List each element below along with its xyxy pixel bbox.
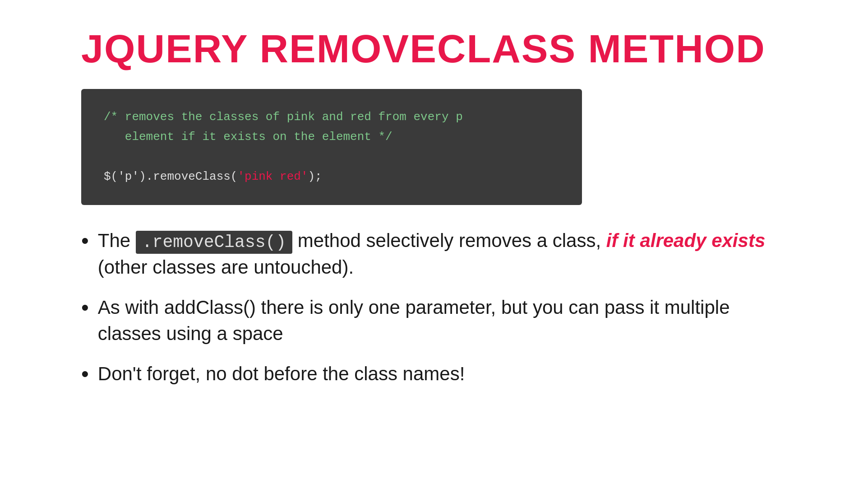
bullet-list: • The .removeClass() method selectively … (81, 228, 787, 387)
code-block: /* removes the classes of pink and red f… (81, 89, 582, 205)
code-comment-line1: /* removes the classes of pink and red f… (104, 110, 463, 124)
bullet-item-1: • The .removeClass() method selectively … (81, 228, 787, 281)
code-string: 'pink red' (237, 170, 308, 183)
bullet-dot-3: • (81, 361, 89, 387)
code-selector: $('p').removeClass('pink red'); (104, 170, 322, 183)
bullet-item-2: • As with addClass() there is only one p… (81, 294, 787, 348)
slide-container: JQUERY REMOVECLASS METHOD /* removes the… (0, 0, 868, 485)
bullet-text-1: The .removeClass() method selectively re… (98, 228, 787, 281)
bullet-dot-2: • (81, 294, 89, 321)
bullet-1-text-the: The (98, 230, 136, 251)
slide-title: JQUERY REMOVECLASS METHOD (81, 27, 787, 71)
bullet-1-code: .removeClass() (136, 231, 292, 254)
bullet-item-3: • Don't forget, no dot before the class … (81, 361, 787, 387)
bullet-1-highlight: if it already exists (606, 230, 766, 251)
bullet-dot-1: • (81, 228, 89, 254)
code-comment-line2: element if it exists on the element */ (104, 130, 392, 144)
bullet-text-3: Don't forget, no dot before the class na… (98, 361, 787, 387)
bullet-text-2: As with addClass() there is only one par… (98, 294, 787, 348)
